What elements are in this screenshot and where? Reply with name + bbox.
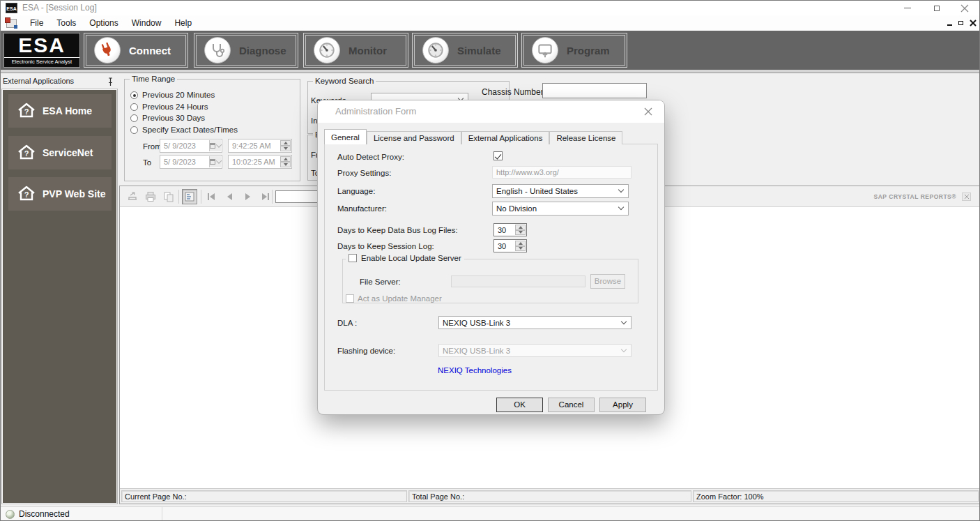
toolbar-divider [1, 70, 980, 73]
calendar-dropdown-icon[interactable] [209, 140, 221, 151]
diagnose-button[interactable]: Diagnose [194, 33, 298, 68]
enable-update-server-checkbox[interactable] [349, 254, 357, 262]
restore-icon [958, 21, 963, 25]
to-time-spinner[interactable]: 10:02:25 AM [228, 155, 292, 169]
file-server-field [451, 275, 585, 287]
manufacturer-value: No Division [496, 204, 537, 213]
chassis-number-input[interactable] [542, 83, 647, 98]
radio-previous-30-days[interactable] [130, 114, 138, 122]
mdi-close-button[interactable] [970, 17, 977, 29]
restore-button[interactable] [925, 1, 949, 15]
copy-button[interactable] [162, 190, 176, 204]
menu-help[interactable]: Help [174, 18, 192, 28]
time-spinner-buttons[interactable] [280, 156, 291, 167]
connect-button[interactable]: Connect [84, 33, 188, 68]
from-date-picker[interactable]: 5/ 9/2023 [160, 139, 222, 153]
cancel-button[interactable]: Cancel [548, 398, 595, 412]
chevron-down-icon [621, 318, 627, 324]
tab-general[interactable]: General [324, 129, 367, 144]
dla-dropdown[interactable]: NEXIQ USB-Link 3 [438, 316, 631, 329]
menu-tools[interactable]: Tools [56, 18, 76, 28]
dialog-close-button[interactable] [639, 104, 657, 119]
first-page-button[interactable] [204, 190, 218, 204]
first-page-icon [206, 192, 216, 201]
minimize-button[interactable] [896, 1, 919, 15]
total-page-cell: Total Page No.: [408, 490, 691, 502]
nexiq-technologies-link[interactable]: NEXIQ Technologies [438, 366, 512, 375]
browse-button[interactable]: Browse [590, 274, 625, 289]
menu-bar: File Tools Options Window Help [1, 15, 980, 31]
manufacturer-label: Manufacturer: [337, 204, 387, 213]
next-page-button[interactable] [241, 190, 255, 204]
menu-window[interactable]: Window [132, 18, 162, 28]
mdi-restore-button[interactable] [958, 21, 963, 25]
apply-button[interactable]: Apply [599, 398, 646, 412]
enable-update-server-label: Enable Local Update Server [361, 254, 461, 262]
close-button[interactable] [953, 1, 977, 15]
window-title: ESA - [Session Log] [22, 3, 97, 13]
databus-days-label: Days to Keep Data Bus Log Files: [337, 226, 458, 234]
tab-release-license[interactable]: Release License [549, 131, 622, 144]
spinner-buttons[interactable] [515, 225, 526, 235]
tab-license-and-password[interactable]: License and Password [367, 131, 461, 144]
ok-button[interactable]: OK [496, 398, 543, 412]
sidebar-item-pvp-web-site[interactable]: ? PVP Web Site [8, 177, 112, 211]
home-icon: ? [17, 102, 36, 120]
radio-label: Specify Exact Dates/Times [142, 126, 238, 134]
program-button[interactable]: Program [521, 33, 627, 68]
gauge-icon [422, 37, 449, 63]
export-icon [126, 190, 139, 203]
svg-text:?: ? [24, 190, 29, 199]
update-server-group: Enable Local Update Server File Server: … [342, 259, 638, 303]
proxy-settings-field: http://www.w3.org/ [492, 166, 631, 179]
simulate-button[interactable]: Simulate [412, 33, 518, 68]
act-as-update-manager-checkbox[interactable] [346, 294, 354, 303]
esa-application-window: ESA ESA - [Session Log] File Tools Optio… [0, 0, 980, 521]
mdi-minimize-button[interactable] [947, 20, 952, 26]
language-label: Language: [337, 187, 375, 195]
auto-detect-proxy-checkbox[interactable] [493, 151, 503, 160]
databus-days-spinner[interactable]: 30 [493, 223, 527, 236]
sidebar-item-servicenet[interactable]: ? ServiceNet [8, 136, 112, 169]
minimize-icon [947, 24, 952, 26]
esa-logo: ESA Electronic Service Analyst [3, 33, 80, 68]
current-page-cell: Current Page No.: [121, 490, 407, 502]
sidebar-item-esa-home[interactable]: ? ESA Home [8, 94, 112, 128]
spinner-buttons[interactable] [515, 241, 526, 251]
sidebar-item-label: ServiceNet [43, 147, 93, 158]
monitor-button[interactable]: Monitor [303, 33, 408, 68]
session-days-spinner[interactable]: 30 [493, 239, 527, 252]
menu-options[interactable]: Options [89, 18, 118, 28]
calendar-dropdown-icon[interactable] [209, 156, 221, 167]
toggle-group-tree-button[interactable] [182, 189, 197, 204]
monitor-label: Monitor [349, 45, 387, 56]
proxy-settings-value: http://www.w3.org/ [496, 168, 559, 176]
app-icon: ESA [6, 3, 17, 13]
diagnose-label: Diagnose [239, 45, 286, 56]
language-dropdown[interactable]: English - United States [492, 184, 629, 198]
last-page-button[interactable] [259, 190, 273, 204]
stethoscope-icon [204, 37, 231, 63]
print-report-button[interactable] [144, 190, 158, 204]
sidebar-header: External Applications [1, 75, 118, 89]
from-time-spinner[interactable]: 9:42:25 AM [228, 139, 292, 153]
pin-icon[interactable] [107, 77, 114, 86]
to-date-picker[interactable]: 5/ 9/2023 [160, 155, 222, 169]
radio-specify-exact-dates[interactable] [130, 126, 138, 134]
export-report-button[interactable] [125, 190, 139, 204]
radio-label: Previous 20 Minutes [142, 91, 215, 99]
time-spinner-buttons[interactable] [280, 140, 291, 151]
brand-close-button[interactable] [962, 192, 971, 201]
radio-previous-20-minutes[interactable] [130, 91, 138, 99]
menu-file[interactable]: File [30, 18, 43, 28]
tab-external-applications[interactable]: External Applications [461, 131, 550, 144]
dialog-tabs: General License and Password External Ap… [324, 129, 622, 144]
manufacturer-dropdown[interactable]: No Division [492, 202, 629, 216]
restore-icon [934, 6, 940, 11]
page-number-input[interactable] [275, 190, 323, 203]
esa-logo-text: ESA [4, 33, 79, 57]
radio-previous-24-hours[interactable] [130, 103, 138, 111]
in-label: In [311, 116, 318, 125]
sidebar-item-label: ESA Home [43, 105, 92, 116]
previous-page-button[interactable] [222, 190, 236, 204]
